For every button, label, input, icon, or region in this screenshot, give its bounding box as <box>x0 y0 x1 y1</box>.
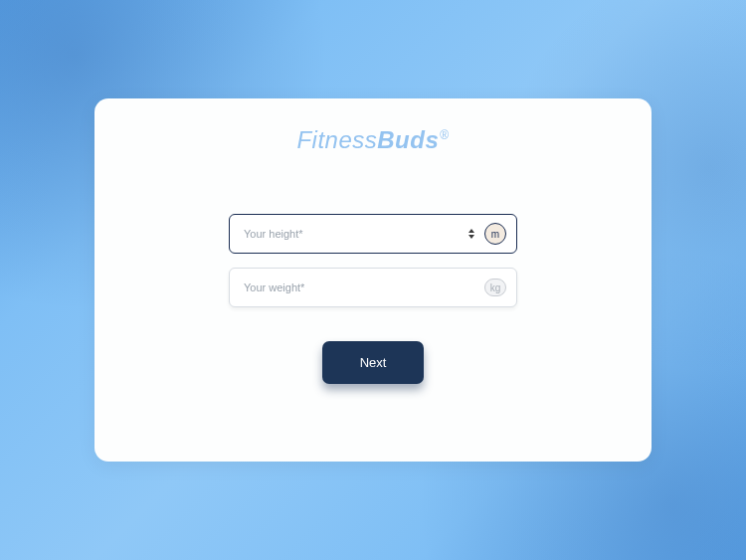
brand-registered: ® <box>440 128 449 142</box>
form-area: m kg <box>229 214 517 307</box>
height-input[interactable] <box>244 228 468 240</box>
height-field-wrapper: m <box>229 214 517 254</box>
next-button[interactable]: Next <box>322 341 425 384</box>
height-stepper <box>468 229 474 239</box>
brand-second: Buds <box>377 126 439 153</box>
form-card: FitnessBuds® m kg Next <box>94 98 652 462</box>
weight-field-wrapper: kg <box>229 268 517 307</box>
weight-input[interactable] <box>244 281 484 293</box>
chevron-down-icon[interactable] <box>468 235 474 239</box>
brand-logo: FitnessBuds® <box>296 126 449 154</box>
chevron-up-icon[interactable] <box>468 229 474 233</box>
height-unit-badge[interactable]: m <box>484 223 506 245</box>
brand-first: Fitness <box>296 126 377 153</box>
weight-unit-badge[interactable]: kg <box>484 279 506 296</box>
